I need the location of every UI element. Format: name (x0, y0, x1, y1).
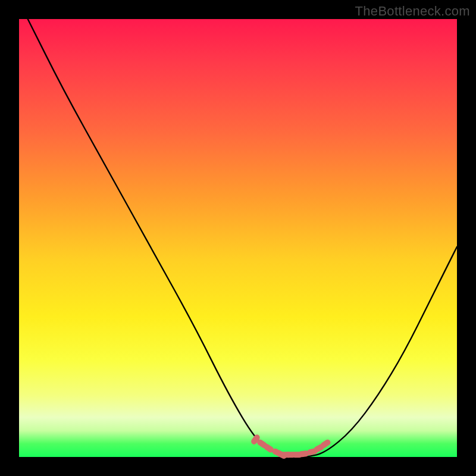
watermark-text: TheBottleneck.com (355, 4, 470, 19)
plot-area (19, 19, 457, 457)
chart-frame: TheBottleneck.com (0, 0, 476, 476)
highlight-markers (250, 433, 331, 459)
bottleneck-curve (28, 19, 457, 457)
curve-layer (19, 19, 457, 457)
